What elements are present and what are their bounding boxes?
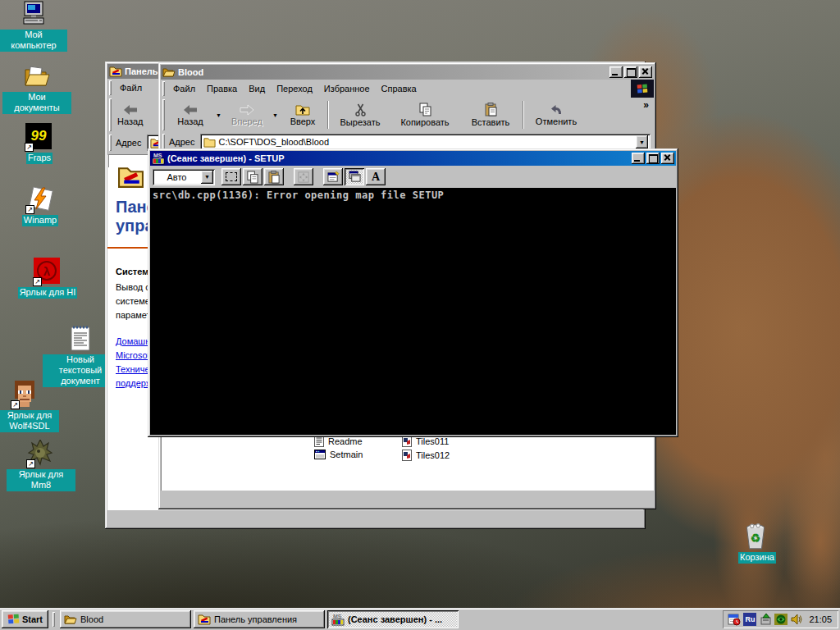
nvidia-icon[interactable] [774,613,788,626]
font-size-combo[interactable]: Авто ▼ [153,169,215,185]
shortcut-arrow-icon: ↗ [11,400,20,409]
desktop-icon-fraps[interactable]: 99 ↗ Fraps [11,123,67,164]
dos-console[interactable]: src\db.cpp(1136): Error opening map file… [150,188,676,435]
blood-toolbar: Назад ▼ Вперед ▼ Вверх Вырезать Копирова… [161,98,654,132]
background-button[interactable] [345,168,364,185]
menu-view[interactable]: Вид [243,81,271,96]
back-button[interactable]: Назад [114,99,147,130]
menu-file[interactable]: Файл [114,80,148,95]
pcmcia-icon[interactable] [759,613,772,626]
close-button[interactable] [639,66,652,78]
system-tray: Ru 21:05 [723,610,838,628]
minimize-button[interactable] [609,66,623,78]
font-button[interactable]: A [366,168,386,185]
copy-button[interactable]: Копировать [389,99,461,130]
desktop-icon-label: Ярлык для HI [18,287,78,299]
desktop-icon-my-computer[interactable]: Мой компьютер [0,0,67,52]
mark-button[interactable] [221,168,241,185]
toolbar-grabber[interactable] [109,80,112,95]
properties-icon [327,171,340,183]
copy-button[interactable] [243,168,262,185]
paste-button[interactable] [264,168,284,185]
desktop-icon-mm8[interactable]: ↗ Ярлык для Mm8 [7,440,75,491]
desktop-icon-label: Fraps [26,153,52,164]
file-tiles011[interactable]: Tiles011 [402,436,449,447]
toolbar-grabber[interactable] [109,135,112,151]
properties-button[interactable] [323,168,343,185]
back-dropdown[interactable]: ▼ [213,99,224,130]
control-panel-icon [198,613,211,626]
mm8-creature-icon: ↗ [27,440,55,468]
task-button-dos-setup[interactable]: MS (Сеанс завершен) - ... [327,610,459,628]
desktop-icon-label: Мои документы [2,92,71,114]
desktop-icon-wolf4sdl[interactable]: ↗ Ярлык для Wolf4SDL [0,381,59,432]
address-path: C:\SOFT\DOS_blood\Blood [219,137,330,147]
desktop-icon-label: Корзина [738,552,776,564]
text-document-icon [66,325,94,353]
half-life-lambda-icon: λ ↗ [34,258,62,285]
copy-pages-icon [246,171,259,184]
dos-titlebar[interactable]: MS (Сеанс завершен) - SETUP [150,151,676,166]
up-folder-icon [294,103,311,116]
toolbar-chevron[interactable]: » [643,99,649,111]
blood-titlebar[interactable]: Blood [161,65,654,80]
up-button[interactable]: Вверх [281,99,325,130]
file-tiles012[interactable]: Tiles012 [402,450,450,461]
toolbar-grabber[interactable] [162,134,165,150]
undo-arrow-icon [549,103,564,116]
menu-edit[interactable]: Правка [201,81,243,96]
taskbar-clock[interactable]: 21:05 [806,614,833,624]
paste-button[interactable]: Вставить [461,99,520,130]
menu-file[interactable]: Файл [167,81,201,96]
task-scheduler-icon[interactable] [728,613,741,626]
toolbar-grabber[interactable] [109,98,112,131]
marquee-icon [226,172,237,181]
app-window-icon [314,450,326,459]
menu-help[interactable]: Справка [376,81,422,96]
desktop-icon-winamp[interactable]: ↗ Winamp [12,185,68,226]
language-indicator[interactable]: Ru [743,613,756,626]
maximize-button[interactable] [646,153,660,164]
art-file-icon [402,436,412,447]
desktop-icon-recycle-bin[interactable]: ♻ Корзина [726,523,788,564]
task-button-blood[interactable]: Blood [60,610,191,628]
my-computer-icon [20,0,48,28]
file-setmain[interactable]: Setmain [314,450,363,459]
back-arrow-icon [182,104,199,116]
toolbar-grabber[interactable] [162,81,165,96]
volume-icon[interactable] [790,613,803,626]
toolbar-grabber[interactable] [162,99,165,130]
svg-text:MS: MS [333,614,342,619]
window-title: (Сеанс завершен) - SETUP [167,153,285,163]
desktop-icon-my-documents[interactable]: Мои документы [2,62,71,114]
file-readme[interactable]: Readme [314,436,363,447]
shortcut-arrow-icon: ↗ [25,143,34,152]
forward-button[interactable]: Вперед [224,99,270,130]
task-button-control-panel[interactable]: Панель управления [194,610,325,628]
menu-go[interactable]: Переход [271,81,318,96]
paste-clipboard-icon [484,103,498,116]
window-title: Blood [178,67,203,77]
taskbar-divider[interactable] [52,612,55,627]
menu-favorites[interactable]: Избранное [318,81,376,96]
close-button[interactable] [661,153,674,164]
scissors-icon [354,103,368,116]
maximize-button[interactable] [624,66,637,78]
address-combo[interactable]: C:\SOFT\DOS_blood\Blood ▼ [200,134,651,150]
windows-logo-icon [7,613,21,624]
back-button[interactable]: Назад [167,99,213,130]
minimize-button[interactable] [632,153,645,164]
toolbar-separator [523,101,524,129]
paste-clipboard-icon [267,171,281,184]
start-button[interactable]: Start [2,610,48,628]
windows-throbber [631,80,654,98]
winamp-icon: ↗ [26,185,54,213]
cut-button[interactable]: Вырезать [331,99,389,130]
forward-dropdown[interactable]: ▼ [270,99,281,130]
desktop-icon-hi-shortcut[interactable]: λ ↗ Ярлык для HI [16,258,79,299]
font-size-dropdown[interactable]: ▼ [201,171,213,184]
fullscreen-button[interactable] [294,168,313,185]
undo-button[interactable]: Отменить [527,99,586,130]
my-documents-icon [23,62,51,90]
address-dropdown-button[interactable]: ▼ [636,135,648,148]
